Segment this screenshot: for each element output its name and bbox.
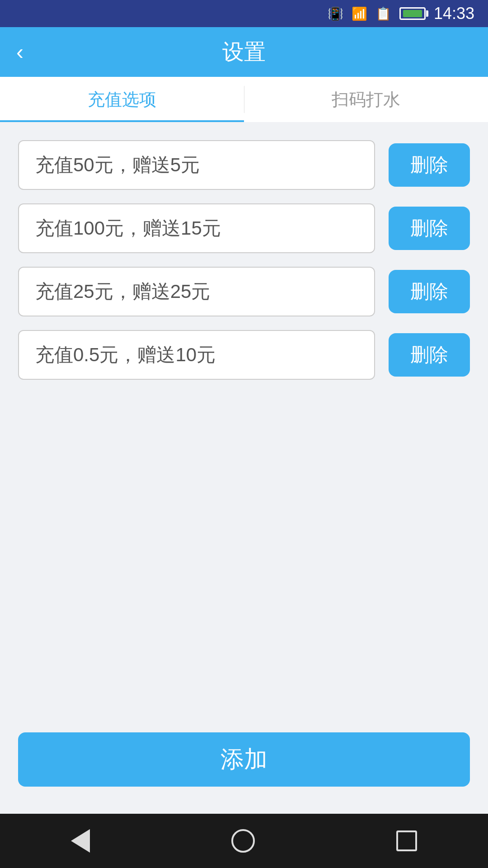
recharge-list: 充值50元，赠送5元 删除 充值100元，赠送15元 删除 充值25元，赠送25…: [0, 122, 488, 732]
delete-button-4[interactable]: 删除: [389, 333, 470, 377]
delete-button-3[interactable]: 删除: [389, 270, 470, 313]
recharge-item-1: 充值50元，赠送5元 删除: [18, 140, 470, 190]
nav-bar: [0, 814, 488, 868]
status-bar: 📳 📶 📋 14:33: [0, 0, 488, 27]
add-button-wrap: 添加: [0, 732, 488, 814]
nav-home-button[interactable]: [231, 829, 255, 853]
recharge-input-3[interactable]: 充值25元，赠送25元: [18, 267, 375, 316]
recharge-input-4[interactable]: 充值0.5元，赠送10元: [18, 330, 375, 380]
tab-recharge[interactable]: 充值选项: [0, 77, 244, 122]
wifi-icon: 📶: [352, 6, 367, 21]
recharge-item-2: 充值100元，赠送15元 删除: [18, 203, 470, 253]
header: ‹ 设置: [0, 27, 488, 77]
page-title: 设置: [222, 38, 266, 66]
battery-icon: [399, 7, 426, 20]
back-button[interactable]: ‹: [16, 41, 23, 63]
recharge-item-3: 充值25元，赠送25元 删除: [18, 267, 470, 316]
add-button[interactable]: 添加: [18, 732, 470, 787]
sim-icon: 📋: [375, 6, 391, 21]
tab-bar: 充值选项 扫码打水: [0, 77, 488, 122]
delete-button-2[interactable]: 删除: [389, 207, 470, 250]
tab-scan[interactable]: 扫码打水: [244, 77, 488, 122]
status-time: 14:33: [434, 4, 474, 23]
nav-recent-button[interactable]: [396, 830, 417, 851]
delete-button-1[interactable]: 删除: [389, 143, 470, 187]
vibrate-icon: 📳: [328, 6, 343, 21]
recharge-input-2[interactable]: 充值100元，赠送15元: [18, 203, 375, 253]
recharge-input-1[interactable]: 充值50元，赠送5元: [18, 140, 375, 190]
recharge-item-4: 充值0.5元，赠送10元 删除: [18, 330, 470, 380]
nav-back-button[interactable]: [71, 829, 90, 853]
